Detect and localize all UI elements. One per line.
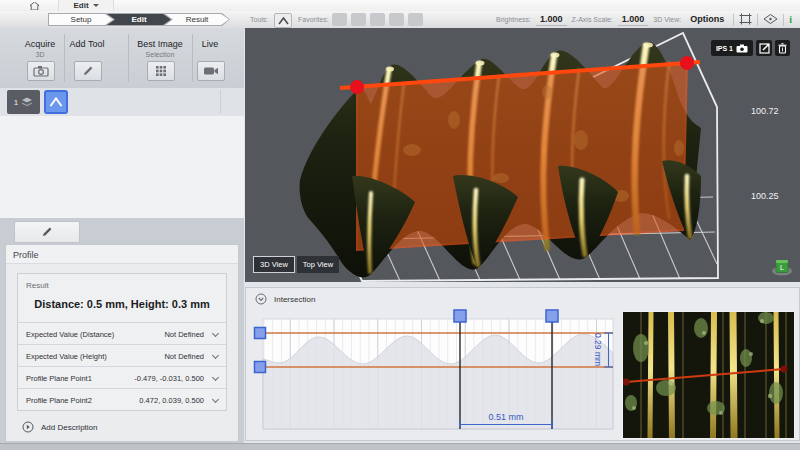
z-axis-label-lower: 100.25	[751, 191, 779, 201]
divider	[783, 14, 784, 26]
plane-endpoint-1[interactable]	[350, 80, 364, 94]
result-label: Result	[26, 281, 49, 290]
profile-row-expected-height[interactable]: Expected Value (Height) Not Defined	[18, 344, 226, 367]
profile-row-plane-point2[interactable]: Profile Plane Point2 0.472, 0.039, 0.500	[18, 388, 226, 411]
acquire-label: Acquire	[25, 39, 56, 49]
plane-view-button[interactable]	[763, 11, 778, 29]
result-value: Distance: 0.5 mm, Height: 0.3 mm	[18, 298, 226, 310]
application-window: Edit Setup Edit Result Tools: Favorites:	[0, 0, 800, 450]
chevron-down-icon[interactable]	[213, 397, 219, 403]
status-strip	[0, 443, 800, 450]
z-axis-scale-value[interactable]: 1.000	[618, 14, 649, 26]
3d-view-options-button[interactable]: Options	[686, 14, 728, 25]
fit-region-button[interactable]	[739, 11, 752, 29]
favorite-slot-3[interactable]	[370, 13, 385, 26]
wizard-tab-edit-label: Edit	[106, 13, 172, 26]
row-label: Expected Value (Height)	[26, 352, 107, 361]
best-image-button[interactable]	[147, 61, 175, 81]
profile-tool-button[interactable]	[44, 90, 68, 114]
profile-tool-toolbar-button[interactable]	[274, 13, 292, 28]
cube-face-label: L	[780, 264, 784, 271]
profile-result-card: Result Distance: 0.5 mm, Height: 0.3 mm …	[17, 273, 227, 411]
view-mode-buttons: 3D View Top View	[253, 256, 339, 273]
edit-annotation-tab[interactable]	[14, 221, 80, 243]
edit-menu-label: Edit	[73, 1, 88, 10]
favorite-slot-2[interactable]	[351, 13, 366, 26]
acquire-toolbar: Acquire 3D Add Tool Best Image Selection…	[0, 28, 244, 89]
profile-panel: Profile Result Distance: 0.5 mm, Height:…	[5, 244, 239, 442]
thumbnail-strip: 1	[0, 88, 244, 117]
texture-image	[622, 311, 795, 439]
viewport-toolbar: IPS 1	[711, 40, 790, 56]
divider	[220, 90, 221, 114]
intersection-content: 0.51 mm 0.29 mm	[246, 288, 799, 440]
chevron-down-icon[interactable]	[213, 375, 219, 381]
expand-arrow-icon	[22, 421, 34, 433]
left-panel: Acquire 3D Add Tool Best Image Selection…	[0, 28, 244, 443]
layers-icon	[21, 97, 33, 108]
3d-viewport[interactable]: IPS 1 100.72 100.25 3D View Top View L	[245, 28, 800, 282]
edit-menu[interactable]: Edit	[58, 0, 114, 11]
intersection-panel: Intersection	[245, 287, 800, 441]
diamond-plane-icon	[763, 13, 778, 25]
trash-icon	[778, 43, 787, 54]
level-handle-upper[interactable]	[255, 328, 266, 339]
favorite-slot-5[interactable]	[408, 13, 423, 26]
edit-export-icon	[759, 43, 770, 54]
delete-button[interactable]	[775, 40, 790, 56]
camera-icon	[736, 44, 748, 53]
thumbnail-item-1[interactable]: 1	[7, 90, 40, 114]
favorite-slot-4[interactable]	[389, 13, 404, 26]
ips-capture-button[interactable]: IPS 1	[711, 40, 753, 56]
profile-row-expected-distance[interactable]: Expected Value (Distance) Not Defined	[18, 322, 226, 345]
info-icon[interactable]: i	[789, 14, 792, 25]
divider	[757, 14, 758, 26]
divider	[192, 34, 193, 82]
video-camera-icon	[203, 66, 219, 76]
main-toolbar: Setup Edit Result Tools: Favorites: Brig…	[0, 11, 800, 29]
acquire-3d-sublabel: 3D	[36, 51, 45, 58]
3d-view-button[interactable]: 3D View	[253, 256, 295, 273]
wizard-tab-edit[interactable]: Edit	[106, 13, 172, 26]
top-view-button[interactable]: Top View	[297, 256, 339, 273]
profile-curve-icon	[49, 97, 63, 107]
favorite-slot-1[interactable]	[332, 13, 347, 26]
wizard-tab-result-label: Result	[164, 13, 230, 26]
home-button[interactable]	[22, 0, 46, 11]
pencil-icon	[82, 65, 94, 77]
thumbnail-area	[0, 116, 244, 218]
profile-graph: 0.51 mm 0.29 mm	[255, 310, 614, 429]
profile-panel-title: Profile	[13, 250, 39, 260]
crop-frame-icon	[739, 13, 752, 25]
wizard-tab-setup[interactable]: Setup	[48, 13, 114, 26]
z-axis-scale-label: Z-Axis Scale:	[572, 16, 613, 23]
grid-icon	[155, 65, 167, 77]
add-description-label: Add Description	[41, 423, 97, 432]
divider	[128, 34, 129, 82]
chevron-down-icon	[93, 4, 99, 7]
best-image-label: Best Image	[137, 39, 183, 49]
cursor-handle-right[interactable]	[546, 310, 558, 322]
profile-row-plane-point1[interactable]: Profile Plane Point1 -0.479, -0.031, 0.5…	[18, 366, 226, 389]
divider	[64, 34, 65, 82]
chevron-down-icon[interactable]	[213, 331, 219, 337]
row-label: Profile Plane Point1	[26, 374, 92, 383]
row-value: Not Defined	[164, 330, 204, 339]
row-value: Not Defined	[164, 352, 204, 361]
add-description-button[interactable]: Add Description	[22, 421, 97, 433]
chevron-down-icon[interactable]	[213, 353, 219, 359]
cursor-handle-left[interactable]	[454, 310, 466, 322]
live-button[interactable]	[197, 61, 225, 81]
row-value: 0.472, 0.039, 0.500	[139, 396, 204, 405]
add-tool-button[interactable]	[74, 61, 102, 81]
brightness-value[interactable]: 1.000	[536, 14, 567, 26]
acquire-camera-button[interactable]	[27, 61, 55, 81]
export-button[interactable]	[756, 40, 772, 56]
orientation-cube[interactable]: L	[771, 258, 793, 276]
level-handle-lower[interactable]	[255, 362, 266, 373]
favorites-label: Favorites:	[298, 16, 329, 23]
3d-view-label: 3D View:	[653, 16, 681, 23]
tools-label: Tools:	[250, 16, 268, 23]
wizard-tab-result[interactable]: Result	[164, 13, 230, 26]
plane-endpoint-2[interactable]	[680, 56, 694, 70]
